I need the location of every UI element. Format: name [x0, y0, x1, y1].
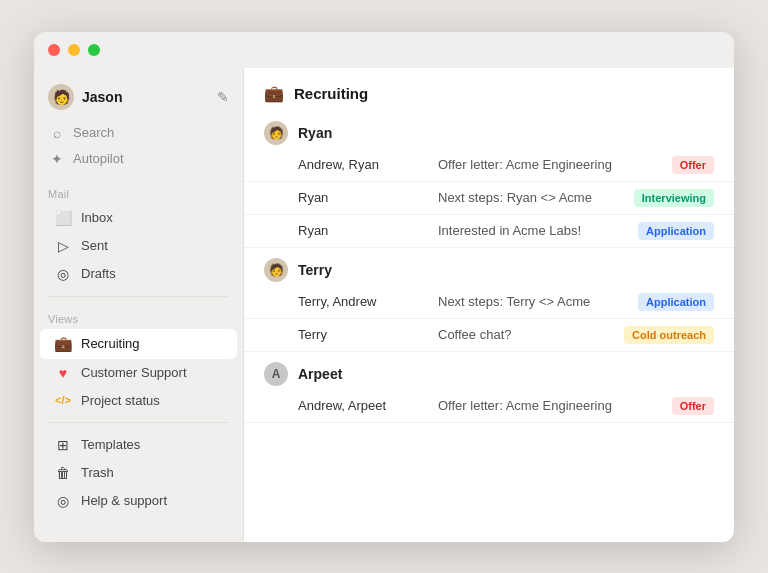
briefcase-icon: 💼 [54, 335, 72, 353]
email-subject: Offer letter: Acme Engineering [438, 157, 662, 172]
contact-group-ryan: 🧑 Ryan [244, 111, 734, 149]
avatar: 🧑 [48, 84, 74, 110]
minimize-button[interactable] [68, 44, 80, 56]
email-from: Andrew, Ryan [298, 157, 428, 172]
sent-icon: ▷ [54, 238, 72, 254]
email-row[interactable]: Ryan Interested in Acme Labs! Applicatio… [244, 215, 734, 248]
sidebar-item-sent[interactable]: ▷ Sent [40, 232, 237, 260]
search-button[interactable]: ⌕ Search [34, 120, 243, 146]
sidebar-item-templates[interactable]: ⊞ Templates [40, 431, 237, 459]
search-label: Search [73, 125, 114, 140]
arpeet-avatar: A [264, 362, 288, 386]
app-body: 🧑 Jason ✎ ⌕ Search ✦ Autopilot Mail ⬜ In… [34, 68, 734, 542]
sidebar-item-label: Templates [81, 437, 140, 452]
sidebar-item-label: Inbox [81, 210, 113, 225]
sidebar-item-trash[interactable]: 🗑 Trash [40, 459, 237, 487]
email-from: Ryan [298, 190, 428, 205]
email-from: Andrew, Arpeet [298, 398, 428, 413]
sidebar-item-recruiting[interactable]: 💼 Recruiting [40, 329, 237, 359]
contact-group-terry: 🧑 Terry [244, 248, 734, 286]
sidebar-item-customer-support[interactable]: ♥ Customer Support [40, 359, 237, 387]
search-icon: ⌕ [48, 125, 66, 141]
mail-section-label: Mail [34, 180, 243, 204]
email-from: Ryan [298, 223, 428, 238]
sidebar-item-label: Recruiting [81, 336, 140, 351]
sidebar-item-inbox[interactable]: ⬜ Inbox [40, 204, 237, 232]
section-title: Recruiting [294, 85, 368, 102]
sidebar-item-label: Drafts [81, 266, 116, 281]
email-from: Terry, Andrew [298, 294, 428, 309]
divider [48, 296, 229, 297]
code-icon: </> [54, 394, 72, 406]
ryan-name: Ryan [298, 125, 332, 141]
maximize-button[interactable] [88, 44, 100, 56]
drafts-icon: ◎ [54, 266, 72, 282]
sidebar-item-label: Trash [81, 465, 114, 480]
sidebar-item-drafts[interactable]: ◎ Drafts [40, 260, 237, 288]
terry-name: Terry [298, 262, 332, 278]
email-subject: Coffee chat? [438, 327, 614, 342]
sidebar-item-label: Help & support [81, 493, 167, 508]
autopilot-label: Autopilot [73, 151, 124, 166]
close-button[interactable] [48, 44, 60, 56]
templates-icon: ⊞ [54, 437, 72, 453]
email-row[interactable]: Ryan Next steps: Ryan <> Acme Interviewi… [244, 182, 734, 215]
email-tag: Application [638, 293, 714, 311]
email-tag: Interviewing [634, 189, 714, 207]
email-tag: Cold outreach [624, 326, 714, 344]
email-row[interactable]: Andrew, Ryan Offer letter: Acme Engineer… [244, 149, 734, 182]
user-profile-row[interactable]: 🧑 Jason ✎ [34, 78, 243, 120]
trash-icon: 🗑 [54, 465, 72, 481]
main-content: 💼 Recruiting 🧑 Ryan Andrew, Ryan Offer l… [244, 68, 734, 542]
email-row[interactable]: Terry, Andrew Next steps: Terry <> Acme … [244, 286, 734, 319]
inbox-icon: ⬜ [54, 210, 72, 226]
email-tag: Offer [672, 156, 714, 174]
views-section-label: Views [34, 305, 243, 329]
user-name: Jason [82, 89, 122, 105]
email-row[interactable]: Andrew, Arpeet Offer letter: Acme Engine… [244, 390, 734, 423]
email-tag: Offer [672, 397, 714, 415]
ryan-avatar: 🧑 [264, 121, 288, 145]
email-subject: Next steps: Ryan <> Acme [438, 190, 624, 205]
email-subject: Interested in Acme Labs! [438, 223, 628, 238]
section-header: 💼 Recruiting [244, 68, 734, 111]
autopilot-icon: ✦ [48, 151, 66, 167]
compose-icon[interactable]: ✎ [217, 89, 229, 105]
sidebar-item-label: Sent [81, 238, 108, 253]
autopilot-button[interactable]: ✦ Autopilot [34, 146, 243, 172]
email-subject: Offer letter: Acme Engineering [438, 398, 662, 413]
email-subject: Next steps: Terry <> Acme [438, 294, 628, 309]
email-row[interactable]: Terry Coffee chat? Cold outreach [244, 319, 734, 352]
sidebar: 🧑 Jason ✎ ⌕ Search ✦ Autopilot Mail ⬜ In… [34, 68, 244, 542]
help-icon: ◎ [54, 493, 72, 509]
app-window: 🧑 Jason ✎ ⌕ Search ✦ Autopilot Mail ⬜ In… [34, 32, 734, 542]
arpeet-name: Arpeet [298, 366, 342, 382]
sidebar-item-label: Project status [81, 393, 160, 408]
sidebar-item-help[interactable]: ◎ Help & support [40, 487, 237, 515]
divider-2 [48, 422, 229, 423]
terry-avatar: 🧑 [264, 258, 288, 282]
user-info: 🧑 Jason [48, 84, 122, 110]
contact-group-arpeet: A Arpeet [244, 352, 734, 390]
heart-icon: ♥ [54, 365, 72, 381]
section-briefcase-icon: 💼 [264, 84, 284, 103]
sidebar-item-project-status[interactable]: </> Project status [40, 387, 237, 414]
email-tag: Application [638, 222, 714, 240]
email-from: Terry [298, 327, 428, 342]
title-bar [34, 32, 734, 68]
sidebar-item-label: Customer Support [81, 365, 187, 380]
